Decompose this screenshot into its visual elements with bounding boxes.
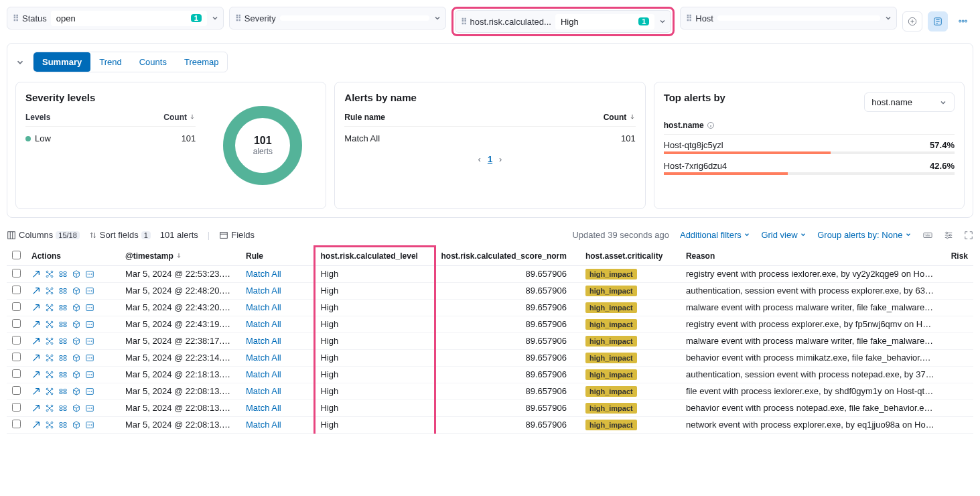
keyboard-icon[interactable] — [922, 231, 933, 240]
expand-icon[interactable] — [31, 303, 41, 312]
columns-selector[interactable]: Columns 15/18 — [7, 230, 80, 240]
fields-selector[interactable]: Fields — [219, 230, 255, 240]
header-risk[interactable]: Risk — [940, 247, 973, 266]
more-icon[interactable] — [85, 353, 94, 363]
expand-icon[interactable] — [31, 420, 41, 430]
expand-icon[interactable] — [31, 320, 41, 329]
expand-icon[interactable] — [31, 269, 41, 279]
cube-icon[interactable] — [72, 269, 81, 279]
filter-status[interactable]: ⠿Statusopen1 — [7, 7, 224, 29]
analyzer-icon[interactable] — [45, 303, 54, 312]
cube-icon[interactable] — [72, 404, 81, 413]
cube-icon[interactable] — [72, 336, 81, 346]
additional-filters-button[interactable]: Additional filters — [680, 230, 750, 240]
grid-view-button[interactable]: Grid view — [761, 230, 807, 240]
fullscreen-icon[interactable] — [964, 231, 973, 240]
analyzer-icon[interactable] — [45, 387, 54, 396]
page-prev[interactable]: ‹ — [478, 154, 481, 164]
filter-severity[interactable]: ⠿Severity — [229, 7, 446, 29]
tab-summary[interactable]: Summary — [33, 52, 90, 72]
collapse-toggle[interactable] — [15, 58, 25, 67]
row-checkbox[interactable] — [7, 316, 26, 332]
cube-icon[interactable] — [72, 420, 81, 430]
cube-icon[interactable] — [72, 353, 81, 363]
cell-rule[interactable]: Match All — [240, 383, 314, 399]
expand-icon[interactable] — [31, 286, 41, 296]
expand-icon[interactable] — [31, 404, 41, 413]
tab-trend[interactable]: Trend — [90, 52, 130, 72]
cell-rule[interactable]: Match All — [240, 366, 314, 383]
chevron-down-icon[interactable] — [658, 17, 667, 25]
analyzer-icon[interactable] — [45, 370, 54, 379]
cell-rule[interactable]: Match All — [240, 416, 314, 433]
drag-handle-icon[interactable]: ⠿ — [686, 13, 691, 23]
row-checkbox[interactable] — [7, 299, 26, 316]
severity-header-count[interactable]: Count — [163, 113, 196, 122]
cell-rule[interactable]: Match All — [240, 265, 314, 282]
row-checkbox[interactable] — [7, 383, 26, 399]
tab-counts[interactable]: Counts — [131, 52, 176, 72]
alerts-name-header-count[interactable]: Count — [604, 113, 636, 122]
analyzer-icon[interactable] — [45, 286, 54, 296]
header-timestamp[interactable]: @timestamp — [120, 247, 240, 266]
row-checkbox[interactable] — [7, 265, 26, 282]
page-current[interactable]: 1 — [488, 154, 492, 164]
expand-icon[interactable] — [31, 336, 41, 346]
drag-handle-icon[interactable]: ⠿ — [13, 13, 18, 23]
expand-icon[interactable] — [31, 353, 41, 363]
timeline-button[interactable] — [928, 11, 948, 32]
cube-icon[interactable] — [72, 286, 81, 296]
analyzer-icon[interactable] — [45, 404, 54, 413]
analyzer-icon[interactable] — [45, 336, 54, 346]
session-icon[interactable] — [58, 420, 68, 430]
expand-icon[interactable] — [31, 370, 41, 379]
row-checkbox[interactable] — [7, 366, 26, 383]
tab-treemap[interactable]: Treemap — [176, 52, 228, 72]
cell-rule[interactable]: Match All — [240, 299, 314, 316]
analyzer-icon[interactable] — [45, 320, 54, 329]
top-alerts-select[interactable]: host.name — [864, 92, 955, 112]
cell-rule[interactable]: Match All — [240, 282, 314, 299]
more-icon[interactable] — [85, 303, 94, 312]
session-icon[interactable] — [58, 303, 68, 312]
more-options-button[interactable] — [953, 11, 973, 32]
session-icon[interactable] — [58, 336, 68, 346]
filter-host[interactable]: ⠿Host — [680, 7, 897, 29]
more-icon[interactable] — [85, 286, 94, 296]
cube-icon[interactable] — [72, 387, 81, 396]
more-icon[interactable] — [85, 420, 94, 430]
row-checkbox[interactable] — [7, 416, 26, 433]
sort-fields-selector[interactable]: Sort fields 1 — [89, 230, 151, 240]
header-criticality[interactable]: host.asset.criticality — [580, 247, 681, 266]
cube-icon[interactable] — [72, 320, 81, 329]
header-risk-score[interactable]: host.risk.calculated_score_norm — [435, 247, 580, 266]
group-by-button[interactable]: Group alerts by: None — [817, 230, 912, 240]
header-risk-level[interactable]: host.risk.calculated_level — [314, 247, 435, 266]
cell-rule[interactable]: Match All — [240, 332, 314, 349]
chevron-down-icon[interactable] — [433, 14, 441, 22]
drag-handle-icon[interactable]: ⠿ — [461, 17, 466, 27]
cell-rule[interactable]: Match All — [240, 316, 314, 332]
filter-hostriskcalculated[interactable]: ⠿host.risk.calculated...High1 — [455, 10, 672, 33]
row-checkbox[interactable] — [7, 282, 26, 299]
row-checkbox[interactable] — [7, 332, 26, 349]
chevron-down-icon[interactable] — [884, 14, 892, 22]
session-icon[interactable] — [58, 286, 68, 296]
more-icon[interactable] — [85, 370, 94, 379]
session-icon[interactable] — [58, 370, 68, 379]
cube-icon[interactable] — [72, 370, 81, 379]
add-filter-button[interactable] — [902, 11, 922, 32]
cube-icon[interactable] — [72, 303, 81, 312]
session-icon[interactable] — [58, 353, 68, 363]
session-icon[interactable] — [58, 387, 68, 396]
expand-icon[interactable] — [31, 387, 41, 396]
analyzer-icon[interactable] — [45, 353, 54, 363]
session-icon[interactable] — [58, 404, 68, 413]
more-icon[interactable] — [85, 336, 94, 346]
header-rule[interactable]: Rule — [240, 247, 314, 266]
session-icon[interactable] — [58, 320, 68, 329]
analyzer-icon[interactable] — [45, 269, 54, 279]
more-icon[interactable] — [85, 404, 94, 413]
analyzer-icon[interactable] — [45, 420, 54, 430]
header-reason[interactable]: Reason — [681, 247, 940, 266]
